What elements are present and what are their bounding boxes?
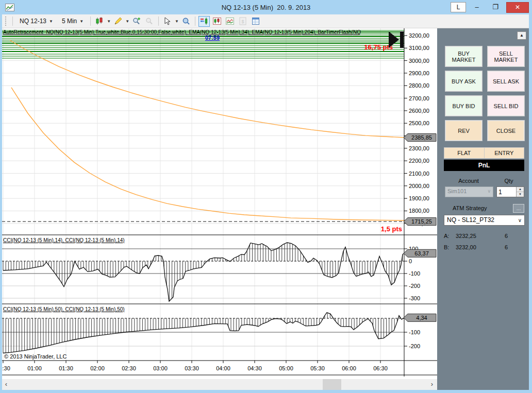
sell-market-button[interactable]: SELL MARKET	[487, 46, 525, 67]
title-bar: NQ 12-13 (5 Min) 20. 9. 2013 L – ❐ ✕	[0, 0, 532, 14]
price-label: 2600,00	[409, 108, 429, 114]
chart-toolbar: NQ 12-13 ▼ 5 Min ▼ ▼ ▼	[2, 14, 529, 28]
time-label: 03:30	[185, 365, 199, 371]
scrollbar-thumb[interactable]	[323, 379, 341, 390]
price-label: 1900,00	[409, 195, 429, 201]
maximize-button[interactable]: ❐	[488, 2, 503, 12]
bid-label: B:	[444, 244, 449, 250]
pnl-display: PnL	[444, 160, 524, 171]
scroll-left-icon[interactable]: ‹	[2, 379, 10, 390]
chevron-down-icon[interactable]: ▼	[107, 19, 111, 24]
buy-bid-button[interactable]: BUY BID	[445, 95, 483, 116]
ask-size: 6	[505, 233, 508, 239]
time-label: 01:00	[27, 365, 42, 371]
time-label: 04:00	[216, 365, 230, 371]
price-marker-text: 2385,85	[411, 134, 432, 141]
data-box-icon[interactable]	[180, 16, 192, 27]
interval-label: 5 Min	[62, 18, 77, 25]
separator	[195, 16, 195, 26]
qty-up-icon[interactable]: ▲	[517, 187, 524, 192]
link-button[interactable]: L	[451, 2, 466, 12]
price-label: 2800,00	[409, 82, 429, 89]
price-label: 2900,00	[409, 70, 429, 76]
entry-button[interactable]: ENTRY	[485, 148, 524, 158]
cci1-label: -100	[409, 270, 420, 277]
chart-hscrollbar: ‹ ›	[2, 377, 437, 390]
price-label: 2000,00	[409, 183, 429, 189]
rev-button[interactable]: REV	[445, 120, 483, 141]
price-label: 3000,00	[409, 58, 429, 64]
chart-canvas[interactable]: 00:3001:0001:3002:0002:3003:0003:3004:00…	[2, 28, 437, 377]
chevron-down-icon[interactable]: ▼	[175, 19, 179, 24]
account-performance-icon: $	[237, 16, 248, 27]
chevron-down-icon: ▼	[49, 19, 53, 24]
minimize-button[interactable]: –	[469, 2, 485, 12]
qty-label: Qty	[493, 178, 524, 184]
order-button-grid: BUY MARKETSELL MARKETBUY ASKSELL ASKBUY …	[445, 46, 525, 141]
price-marker-text: 4,34	[416, 315, 427, 321]
chevron-down-icon: ▼	[79, 19, 84, 24]
bar-type-icon[interactable]	[211, 16, 223, 27]
atm-strategy-label: ATM Strategy	[453, 205, 487, 211]
buy-market-button[interactable]: BUY MARKET	[445, 46, 483, 67]
scroll-right-icon[interactable]: ›	[428, 379, 436, 390]
bar-style-icon[interactable]	[94, 16, 105, 27]
main-panel-indicator-label: AutoRetracement_NQ(NQ 12-13(5 Min),True,…	[3, 29, 361, 35]
time-label: 05:30	[310, 365, 325, 371]
time-label: 04:30	[247, 365, 262, 371]
price-label: 3200,00	[409, 32, 429, 39]
stop-points-label: 1,5 pts	[381, 225, 402, 233]
separator	[12, 16, 13, 26]
target-points-label: 16,75 pts	[364, 43, 393, 51]
zoom-out-icon	[144, 16, 155, 27]
zoom-in-icon[interactable]	[131, 16, 142, 27]
chevron-down-icon[interactable]: ▼	[125, 19, 129, 24]
separator	[158, 16, 159, 26]
cci1-panel-label: CCI(NQ 12-13 (5 Min),14), CCI(NQ 12-13 (…	[3, 237, 125, 243]
interval-selector[interactable]: 5 Min ▼	[58, 16, 87, 26]
time-label: 05:00	[279, 365, 293, 371]
bid-price: 3232,00	[456, 244, 476, 250]
qty-down-icon[interactable]: ▼	[517, 192, 524, 197]
chart-trader-panel: ▲ BUY MARKETSELL MARKETBUY ASKSELL ASKBU…	[437, 28, 529, 390]
cci1-label: 0	[409, 258, 412, 264]
separator	[90, 16, 91, 26]
play-to-end-icon-bar[interactable]	[400, 31, 404, 48]
scrollbar-track[interactable]	[2, 379, 437, 390]
qty-input[interactable]	[497, 187, 516, 197]
chart-style-icon[interactable]	[224, 16, 236, 27]
account-label: Account	[444, 178, 493, 184]
drawing-tools-icon[interactable]	[112, 16, 124, 27]
atm-more-button[interactable]: ...	[513, 204, 524, 213]
account-select[interactable]: Sim101 ∨	[445, 186, 493, 197]
close-button[interactable]: ✕	[506, 2, 529, 13]
collapse-panel-button[interactable]: ▲	[517, 31, 526, 40]
cci2-label: -100	[409, 329, 420, 335]
buy-ask-button[interactable]: BUY ASK	[445, 71, 483, 92]
ninjatrader-chart-window: NQ 12-13 (5 Min) 20. 9. 2013 L – ❐ ✕ NQ …	[0, 0, 532, 393]
cursor-icon[interactable]	[162, 16, 173, 27]
sell-bid-button[interactable]: SELL BID	[487, 95, 525, 116]
flat-button[interactable]: FLAT	[444, 148, 485, 158]
quantity-stepper: ▲ ▼	[496, 186, 524, 197]
price-label: 3100,00	[409, 45, 429, 51]
time-label: 06:30	[373, 365, 388, 371]
atm-strategy-select[interactable]: NQ - SL12_PT32 ∨	[444, 215, 525, 226]
ask-quote-row: A: 3232,25 6	[444, 233, 524, 239]
time-label: 03:00	[153, 365, 168, 371]
price-label: 2500,00	[409, 120, 429, 126]
sell-ask-button[interactable]: SELL ASK	[487, 71, 525, 92]
chart-trader-icon[interactable]	[198, 16, 210, 27]
ask-label: A:	[444, 233, 449, 239]
toolbar-grip[interactable]	[5, 16, 8, 26]
time-label: 06:00	[342, 365, 356, 371]
close-button[interactable]: CLOSE	[487, 120, 525, 141]
data-grid-icon[interactable]	[250, 16, 261, 27]
time-label: 02:00	[90, 365, 105, 371]
cci1-label: -300	[409, 295, 420, 301]
time-label: 02:30	[122, 365, 136, 371]
bar-timer-label: 07:59	[205, 35, 220, 41]
instrument-selector[interactable]: NQ 12-13 ▼	[16, 16, 57, 26]
bid-quote-row: B: 3232,00 6	[444, 244, 524, 250]
copyright-label: © 2013 NinjaTrader, LLC	[4, 353, 66, 360]
